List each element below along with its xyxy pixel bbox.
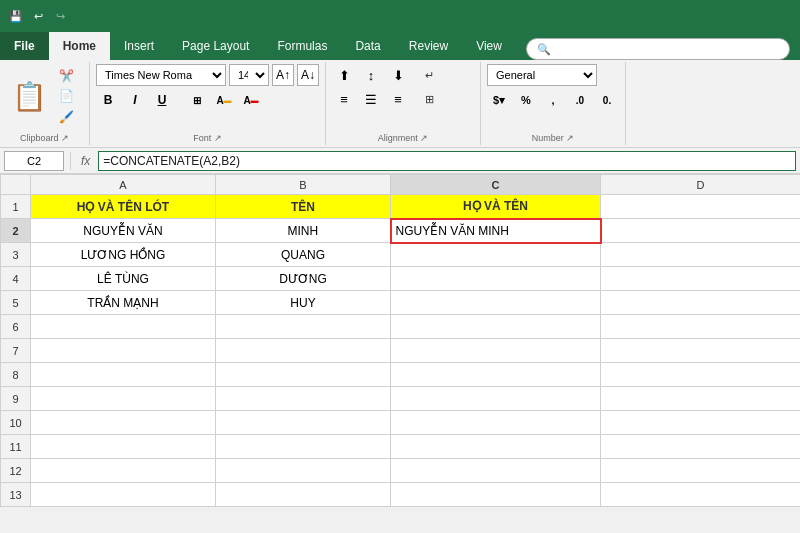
col-header-b[interactable]: B xyxy=(216,175,391,195)
tab-review[interactable]: Review xyxy=(395,32,462,60)
col-header-a[interactable]: A xyxy=(31,175,216,195)
cell-6-A[interactable] xyxy=(31,315,216,339)
row-header-5[interactable]: 5 xyxy=(1,291,31,315)
window-controls[interactable] xyxy=(710,6,792,26)
cell-12-C[interactable] xyxy=(391,459,601,483)
align-right-button[interactable]: ≡ xyxy=(386,88,410,110)
formula-input[interactable] xyxy=(98,151,796,171)
font-color-button[interactable]: A▬ xyxy=(239,89,263,111)
minimize-button[interactable] xyxy=(710,6,736,26)
cell-reference-input[interactable] xyxy=(4,151,64,171)
tab-view[interactable]: View xyxy=(462,32,516,60)
copy-button[interactable]: 📄 xyxy=(55,88,81,104)
bold-button[interactable]: B xyxy=(96,89,120,111)
restore-button[interactable] xyxy=(738,6,764,26)
cell-12-D[interactable] xyxy=(601,459,801,483)
wrap-text-button[interactable]: ↵ xyxy=(421,67,441,84)
cell-12-B[interactable] xyxy=(216,459,391,483)
col-header-c[interactable]: C xyxy=(391,175,601,195)
row-header-10[interactable]: 10 xyxy=(1,411,31,435)
paste-button[interactable]: 📋 xyxy=(6,64,53,129)
cell-6-D[interactable] xyxy=(601,315,801,339)
row-header-7[interactable]: 7 xyxy=(1,339,31,363)
cell-5-A[interactable]: TRẦN MẠNH xyxy=(31,291,216,315)
border-button[interactable]: ⊞ xyxy=(185,89,209,111)
tab-data[interactable]: Data xyxy=(341,32,394,60)
cell-9-C[interactable] xyxy=(391,387,601,411)
save-icon[interactable]: 💾 xyxy=(8,8,24,24)
tab-home[interactable]: Home xyxy=(49,32,110,60)
cell-8-A[interactable] xyxy=(31,363,216,387)
cell-9-D[interactable] xyxy=(601,387,801,411)
cell-13-C[interactable] xyxy=(391,483,601,507)
cell-7-B[interactable] xyxy=(216,339,391,363)
cell-1-D[interactable] xyxy=(601,195,801,219)
align-bottom-button[interactable]: ⬇ xyxy=(386,64,410,86)
cell-8-C[interactable] xyxy=(391,363,601,387)
cell-5-D[interactable] xyxy=(601,291,801,315)
tab-insert[interactable]: Insert xyxy=(110,32,168,60)
cell-1-B[interactable]: TÊN xyxy=(216,195,391,219)
undo-icon[interactable]: ↩ xyxy=(30,8,46,24)
row-header-12[interactable]: 12 xyxy=(1,459,31,483)
cell-10-B[interactable] xyxy=(216,411,391,435)
cell-5-B[interactable]: HUY xyxy=(216,291,391,315)
cell-8-D[interactable] xyxy=(601,363,801,387)
row-header-4[interactable]: 4 xyxy=(1,267,31,291)
italic-button[interactable]: I xyxy=(123,89,147,111)
quick-access-toolbar[interactable]: 💾 ↩ ↪ xyxy=(8,8,68,24)
cell-3-B[interactable]: QUANG xyxy=(216,243,391,267)
tab-page-layout[interactable]: Page Layout xyxy=(168,32,263,60)
cell-4-A[interactable]: LÊ TÙNG xyxy=(31,267,216,291)
cell-10-A[interactable] xyxy=(31,411,216,435)
cell-13-D[interactable] xyxy=(601,483,801,507)
row-header-2[interactable]: 2 xyxy=(1,219,31,243)
cell-10-D[interactable] xyxy=(601,411,801,435)
cell-11-B[interactable] xyxy=(216,435,391,459)
tell-me-input[interactable]: 🔍 xyxy=(526,38,790,60)
tab-file[interactable]: File xyxy=(0,32,49,60)
cell-6-C[interactable] xyxy=(391,315,601,339)
decrease-font-button[interactable]: A↓ xyxy=(297,64,319,86)
cell-11-D[interactable] xyxy=(601,435,801,459)
currency-button[interactable]: $▾ xyxy=(487,89,511,111)
cell-11-C[interactable] xyxy=(391,435,601,459)
percent-button[interactable]: % xyxy=(514,89,538,111)
decrease-decimal-button[interactable]: 0. xyxy=(595,89,619,111)
increase-font-button[interactable]: A↑ xyxy=(272,64,294,86)
cell-6-B[interactable] xyxy=(216,315,391,339)
cell-3-A[interactable]: LƯƠNG HỒNG xyxy=(31,243,216,267)
cell-2-B[interactable]: MINH xyxy=(216,219,391,243)
cell-7-C[interactable] xyxy=(391,339,601,363)
cut-button[interactable]: ✂️ xyxy=(55,68,81,84)
cell-4-C[interactable] xyxy=(391,267,601,291)
number-format-select[interactable]: General xyxy=(487,64,597,86)
cell-2-A[interactable]: NGUYỄN VĂN xyxy=(31,219,216,243)
row-header-11[interactable]: 11 xyxy=(1,435,31,459)
cell-13-A[interactable] xyxy=(31,483,216,507)
row-header-9[interactable]: 9 xyxy=(1,387,31,411)
comma-button[interactable]: , xyxy=(541,89,565,111)
fill-color-button[interactable]: A▬ xyxy=(212,89,236,111)
cell-3-D[interactable] xyxy=(601,243,801,267)
col-header-d[interactable]: D xyxy=(601,175,801,195)
cell-5-C[interactable] xyxy=(391,291,601,315)
increase-decimal-button[interactable]: .0 xyxy=(568,89,592,111)
close-button[interactable] xyxy=(766,6,792,26)
cell-1-C[interactable]: HỌ VÀ TÊN xyxy=(391,195,601,219)
align-middle-button[interactable]: ↕ xyxy=(359,64,383,86)
cell-7-A[interactable] xyxy=(31,339,216,363)
font-name-select[interactable]: Times New Roma xyxy=(96,64,226,86)
font-size-select[interactable]: 14 xyxy=(229,64,269,86)
cell-2-D[interactable] xyxy=(601,219,801,243)
row-header-8[interactable]: 8 xyxy=(1,363,31,387)
row-header-6[interactable]: 6 xyxy=(1,315,31,339)
align-top-button[interactable]: ⬆ xyxy=(332,64,356,86)
row-header-3[interactable]: 3 xyxy=(1,243,31,267)
cell-2-C[interactable]: NGUYỄN VĂN MINH xyxy=(391,219,601,243)
merge-center-button[interactable]: ⊞ xyxy=(421,91,441,108)
cell-4-B[interactable]: DƯƠNG xyxy=(216,267,391,291)
align-left-button[interactable]: ≡ xyxy=(332,88,356,110)
cell-10-C[interactable] xyxy=(391,411,601,435)
redo-icon[interactable]: ↪ xyxy=(52,8,68,24)
